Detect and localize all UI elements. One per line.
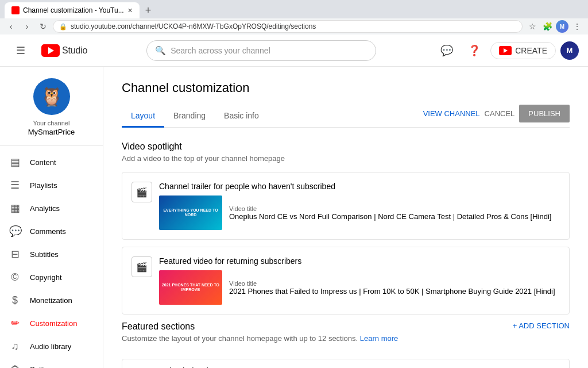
featured-sections-area: Featured sections Customize the layout o… <box>122 321 570 368</box>
search-icon: 🔍 <box>155 45 166 56</box>
reload-button[interactable]: ↻ <box>37 20 49 33</box>
spotlight-card-trailer: 🎬 Channel trailer for people who haven't… <box>122 172 570 240</box>
featured-info: Featured video for returning subscribers… <box>159 256 560 305</box>
create-button-icon <box>499 46 512 55</box>
create-button-label: CREATE <box>515 46 547 55</box>
app-header: ☰ Studio 🔍 Search across your channel 💬 … <box>0 34 588 67</box>
add-section-button[interactable]: + ADD SECTION <box>513 321 570 330</box>
featured-meta: Video title 2021 Phones that Failed to I… <box>229 280 555 296</box>
youtube-logo-icon <box>41 44 60 57</box>
trailer-thumb-text: EVERYTHING YOU NEED TO NORD <box>159 207 222 219</box>
search-input[interactable]: Search across your channel <box>171 46 368 55</box>
channel-name: MySmartPrice <box>28 128 75 136</box>
help-button[interactable]: ❓ <box>463 39 486 62</box>
trailer-icon: 🎬 <box>131 182 152 202</box>
sidebar-item-settings[interactable]: ⚙ Settings <box>0 358 103 368</box>
tab-layout[interactable]: Layout <box>122 105 164 128</box>
content-icon: ▤ <box>9 156 21 168</box>
create-button[interactable]: CREATE <box>490 42 556 59</box>
extensions-icon[interactable]: 🧩 <box>541 20 554 33</box>
analytics-icon: ▦ <box>9 202 21 214</box>
studio-logo-text: Studio <box>62 45 87 56</box>
sidebar-label-copyright: Copyright <box>30 273 62 282</box>
channel-avatar[interactable]: 🦉 <box>33 78 70 115</box>
browser-profile-avatar[interactable]: M <box>556 20 568 33</box>
sidebar-item-analytics[interactable]: ▦ Analytics <box>0 197 103 220</box>
forward-button[interactable]: › <box>21 20 33 33</box>
notifications-button[interactable]: 💬 <box>435 39 458 62</box>
spotlight-card-featured: 🎬 Featured video for returning subscribe… <box>122 247 570 315</box>
studio-logo[interactable]: Studio <box>41 44 87 57</box>
featured-sections-heading: Featured sections <box>122 321 398 332</box>
sidebar-item-content[interactable]: ▤ Content <box>0 151 103 174</box>
trailer-video-row: EVERYTHING YOU NEED TO NORD Video title … <box>159 195 560 230</box>
copyright-icon: © <box>9 271 21 283</box>
featured-sections-title-group: Featured sections Customize the layout o… <box>122 321 398 352</box>
trailer-info: Channel trailer for people who haven't s… <box>159 182 560 230</box>
sidebar-label-subtitles: Subtitles <box>30 250 59 259</box>
sidebar-label-playlists: Playlists <box>30 181 57 190</box>
sidebar-label-customization: Customization <box>30 319 77 328</box>
tab-favicon-icon <box>11 6 20 14</box>
featured-video-row: 2021 PHONES THAT NEED TO IMPROVE Video t… <box>159 270 560 305</box>
sidebar-item-copyright[interactable]: © Copyright <box>0 266 103 289</box>
sidebar-item-subtitles[interactable]: ⊟ Subtitles <box>0 243 103 266</box>
sidebar-item-customization[interactable]: ✏ Customization <box>0 312 103 335</box>
sidebar-label-monetization: Monetization <box>30 296 72 305</box>
spotlight-heading: Video spotlight <box>122 141 570 152</box>
page-title: Channel customization <box>122 80 570 95</box>
active-browser-tab[interactable]: Channel customization - YouTu... ✕ <box>5 2 140 18</box>
url-text: studio.youtube.com/channel/UCKO4P-n6MXW-… <box>71 22 316 30</box>
featured-thumbnail: 2021 PHONES THAT NEED TO IMPROVE <box>159 270 222 305</box>
audio-library-icon: ♫ <box>9 340 21 352</box>
settings-icon: ⚙ <box>9 363 21 368</box>
learn-more-link[interactable]: Learn more <box>360 334 398 343</box>
new-tab-button[interactable]: + <box>142 2 155 18</box>
featured-thumb-bg: 2021 PHONES THAT NEED TO IMPROVE <box>159 270 222 305</box>
browser-chrome: Channel customization - YouTu... ✕ + ‹ ›… <box>0 0 588 34</box>
tab-close-icon[interactable]: ✕ <box>127 7 133 14</box>
monetization-icon: $ <box>9 294 21 306</box>
sidebar-item-audio-library[interactable]: ♫ Audio library <box>0 335 103 358</box>
trailer-thumb-bg: EVERYTHING YOU NEED TO NORD <box>159 195 222 230</box>
address-bar[interactable]: 🔒 studio.youtube.com/channel/UCKO4P-n6MX… <box>53 20 523 33</box>
customization-icon: ✏ <box>9 317 21 329</box>
browser-actions: ☆ 🧩 M ⋮ <box>526 20 583 33</box>
bookmark-icon[interactable]: ☆ <box>526 20 539 33</box>
cancel-button[interactable]: CANCEL <box>485 109 515 118</box>
trailer-thumbnail: EVERYTHING YOU NEED TO NORD <box>159 195 222 230</box>
hamburger-menu-button[interactable]: ☰ <box>9 39 32 62</box>
header-search-area: 🔍 Search across your channel <box>96 40 426 61</box>
search-bar[interactable]: 🔍 Search across your channel <box>146 40 376 61</box>
sidebar-label-audio-library: Audio library <box>30 342 71 351</box>
sidebar-item-monetization[interactable]: $ Monetization <box>0 289 103 312</box>
browser-toolbar: ‹ › ↻ 🔒 studio.youtube.com/channel/UCKO4… <box>0 18 588 34</box>
back-button[interactable]: ‹ <box>5 20 17 33</box>
sidebar-nav: ▤ Content ☰ Playlists ▦ Analytics 💬 Comm… <box>0 146 103 368</box>
uploads-section-row: ⋮⋮ Uploads (111) 36:38 56:21 20:18 <box>122 359 570 368</box>
sidebar-item-playlists[interactable]: ☰ Playlists <box>0 174 103 197</box>
spotlight-subtext: Add a video to the top of your channel h… <box>122 154 570 163</box>
lock-icon: 🔒 <box>59 23 67 30</box>
sidebar-item-comments[interactable]: 💬 Comments <box>0 220 103 243</box>
publish-button[interactable]: PUBLISH <box>519 105 570 122</box>
playlists-icon: ☰ <box>9 179 21 191</box>
tabs-bar: Layout Branding Basic info VIEW CHANNEL … <box>122 105 570 128</box>
user-avatar[interactable]: M <box>560 41 579 60</box>
view-channel-button[interactable]: VIEW CHANNEL <box>423 109 480 118</box>
content-area: Channel customization Layout Branding Ba… <box>103 67 588 368</box>
browser-tab-bar: Channel customization - YouTu... ✕ + <box>0 0 588 18</box>
featured-video-label: Video title <box>229 280 555 287</box>
subtitles-icon: ⊟ <box>9 248 21 260</box>
app-container: ☰ Studio 🔍 Search across your channel 💬 … <box>0 34 588 368</box>
comments-icon: 💬 <box>9 225 21 237</box>
sidebar-label-analytics: Analytics <box>30 204 60 213</box>
trailer-meta: Video title Oneplus Nord CE vs Nord Full… <box>229 205 551 221</box>
browser-menu-icon[interactable]: ⋮ <box>571 20 583 33</box>
tab-title: Channel customization - YouTu... <box>23 6 124 14</box>
trailer-type-label: Channel trailer for people who haven't s… <box>159 182 560 191</box>
page-actions: VIEW CHANNEL CANCEL PUBLISH <box>423 105 570 127</box>
featured-sections-subtext: Customize the layout of your channel hom… <box>122 334 398 343</box>
tab-basic-info[interactable]: Basic info <box>215 105 268 128</box>
tab-branding[interactable]: Branding <box>164 105 215 128</box>
